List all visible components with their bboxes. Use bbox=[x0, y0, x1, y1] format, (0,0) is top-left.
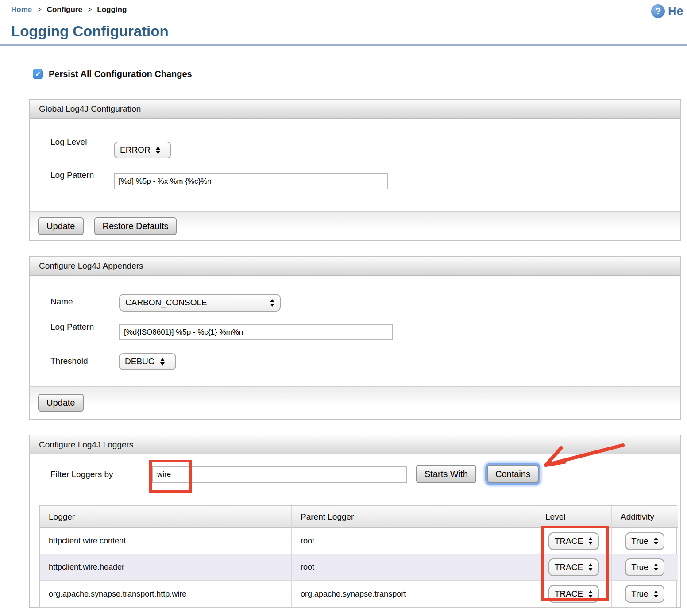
filter-loggers-input[interactable] bbox=[152, 466, 407, 483]
breadcrumb-separator: > bbox=[88, 5, 92, 14]
loggers-panel-header: Configure Log4J Loggers bbox=[30, 435, 680, 454]
global-panel-footer: Update Restore Defaults bbox=[30, 211, 680, 240]
column-header-additivity: Additivity bbox=[612, 506, 678, 528]
log-level-select[interactable]: ERROR bbox=[114, 142, 171, 158]
help-control[interactable]: ? He bbox=[651, 4, 683, 18]
level-select[interactable]: TRACE bbox=[548, 585, 599, 603]
update-button[interactable]: Update bbox=[38, 217, 84, 235]
logger-name-cell: org.apache.synapse.transport.http.wire bbox=[40, 581, 292, 607]
loggers-table: Logger Parent Logger Level Additivity ht… bbox=[39, 505, 677, 608]
breadcrumb-item-logging: Logging bbox=[97, 5, 127, 14]
appender-name-label: Name bbox=[50, 296, 73, 308]
persist-label: Persist All Configuration Changes bbox=[49, 69, 192, 79]
parent-logger-cell: org.apache.synapse.transport bbox=[292, 581, 536, 607]
select-value: ERROR bbox=[120, 145, 151, 155]
logger-name-cell: httpclient.wire.header bbox=[40, 554, 292, 581]
help-label[interactable]: He bbox=[668, 4, 683, 18]
updown-arrows-icon bbox=[588, 563, 593, 571]
column-header-level: Level bbox=[536, 506, 612, 528]
persist-checkbox[interactable]: ✓ bbox=[33, 69, 43, 79]
title-divider bbox=[0, 44, 687, 46]
restore-defaults-button[interactable]: Restore Defaults bbox=[94, 217, 177, 235]
additivity-cell: True bbox=[612, 581, 678, 607]
level-select[interactable]: TRACE bbox=[548, 558, 599, 576]
breadcrumb-separator: > bbox=[37, 5, 42, 14]
updown-arrows-icon bbox=[654, 537, 658, 545]
level-cell: TRACE bbox=[536, 581, 612, 607]
appender-log-pattern-input[interactable] bbox=[119, 324, 393, 340]
select-value: TRACE bbox=[555, 589, 583, 599]
breadcrumb-item-configure[interactable]: Configure bbox=[47, 5, 82, 14]
appender-log-pattern-label: Log Pattern bbox=[50, 321, 95, 333]
updown-arrows-icon bbox=[156, 146, 160, 154]
breadcrumb-link-home[interactable]: Home bbox=[11, 5, 32, 14]
select-value: True bbox=[631, 562, 648, 572]
contains-button[interactable]: Contains bbox=[487, 465, 539, 483]
select-value: True bbox=[631, 589, 648, 599]
level-cell: TRACE bbox=[536, 554, 612, 581]
select-value: DEBUG bbox=[125, 357, 155, 366]
logging-configuration-page: Home > Configure > Logging ? He Logging … bbox=[0, 0, 687, 616]
persist-row: ✓ Persist All Configuration Changes bbox=[33, 69, 192, 79]
updown-arrows-icon bbox=[270, 299, 274, 307]
threshold-label: Threshold bbox=[50, 355, 88, 367]
appenders-panel-header: Configure Log4J Appenders bbox=[30, 257, 680, 276]
help-icon[interactable]: ? bbox=[651, 4, 665, 18]
level-cell: TRACE bbox=[536, 528, 612, 554]
updown-arrows-icon bbox=[160, 358, 165, 366]
panel-title: Global Log4J Configuration bbox=[39, 104, 141, 114]
logger-name-cell: httpclient.wire.content bbox=[40, 528, 292, 554]
panel-title: Configure Log4J Loggers bbox=[39, 440, 133, 450]
loggers-panel: Configure Log4J Loggers Filter Loggers b… bbox=[29, 435, 681, 608]
select-value: TRACE bbox=[555, 536, 583, 546]
filter-loggers-label: Filter Loggers by bbox=[50, 468, 113, 480]
appender-name-select[interactable]: CARBON_CONSOLE bbox=[119, 294, 281, 312]
select-value: TRACE bbox=[555, 562, 583, 572]
panel-title: Configure Log4J Appenders bbox=[39, 261, 143, 271]
global-log4j-panel: Global Log4J Configuration Log Level ERR… bbox=[29, 99, 681, 241]
log-level-label: Log Level bbox=[50, 136, 95, 148]
column-header-parent-logger: Parent Logger bbox=[292, 506, 536, 528]
select-value: CARBON_CONSOLE bbox=[125, 298, 207, 308]
updown-arrows-icon bbox=[654, 563, 658, 571]
check-icon: ✓ bbox=[35, 70, 41, 78]
updown-arrows-icon bbox=[588, 590, 593, 598]
additivity-select[interactable]: True bbox=[625, 558, 664, 576]
additivity-cell: True bbox=[612, 528, 678, 554]
appenders-panel: Configure Log4J Appenders Name CARBON_CO… bbox=[29, 256, 681, 420]
starts-with-button[interactable]: Starts With bbox=[416, 465, 476, 483]
log-pattern-input[interactable] bbox=[114, 173, 388, 189]
additivity-select[interactable]: True bbox=[625, 532, 664, 550]
level-select[interactable]: TRACE bbox=[548, 532, 599, 550]
select-value: True bbox=[631, 536, 648, 546]
appenders-panel-footer: Update bbox=[30, 386, 680, 419]
appenders-update-button[interactable]: Update bbox=[38, 394, 84, 412]
column-header-logger: Logger bbox=[40, 506, 292, 528]
page-title: Logging Configuration bbox=[11, 23, 169, 40]
threshold-select[interactable]: DEBUG bbox=[119, 353, 176, 370]
additivity-cell: True bbox=[612, 554, 678, 581]
parent-logger-cell: root bbox=[292, 554, 536, 581]
updown-arrows-icon bbox=[654, 590, 658, 598]
breadcrumb: Home > Configure > Logging bbox=[11, 5, 127, 14]
parent-logger-cell: root bbox=[292, 528, 536, 554]
additivity-select[interactable]: True bbox=[625, 585, 664, 603]
global-log4j-panel-header: Global Log4J Configuration bbox=[30, 100, 680, 119]
updown-arrows-icon bbox=[588, 537, 593, 545]
log-pattern-label: Log Pattern bbox=[50, 169, 95, 181]
